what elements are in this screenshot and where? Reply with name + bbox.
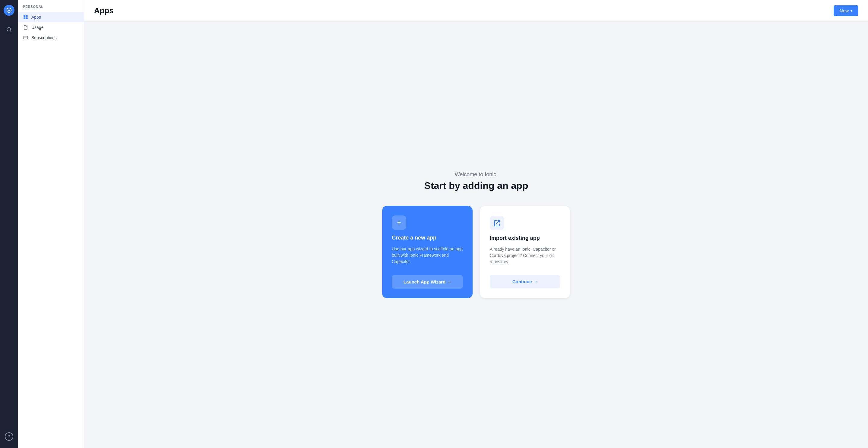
search-icon[interactable] <box>4 24 14 35</box>
new-button-label: New <box>840 8 849 13</box>
sidebar-item-subscriptions[interactable]: Subscriptions <box>18 33 84 43</box>
welcome-heading: Start by adding an app <box>424 180 528 191</box>
import-app-icon <box>490 216 504 230</box>
apps-nav-icon <box>23 14 28 20</box>
import-app-desc: Already have an Ionic, Capacitor or Cord… <box>490 246 560 265</box>
svg-rect-5 <box>26 15 28 17</box>
svg-line-3 <box>10 30 11 31</box>
import-app-card: Import existing app Already have an Ioni… <box>480 206 570 298</box>
icon-bar: ? <box>0 0 18 448</box>
create-app-title: Create a new app <box>392 235 463 241</box>
welcome-text: Welcome to Ionic! <box>455 171 498 178</box>
chevron-down-icon: ▾ <box>850 9 852 13</box>
svg-rect-4 <box>24 15 25 17</box>
import-app-title: Import existing app <box>490 235 560 241</box>
header: Apps New ▾ <box>84 0 868 22</box>
cards-container: + Create a new app Use our app wizard to… <box>382 206 570 298</box>
create-app-icon: + <box>392 216 406 230</box>
svg-line-10 <box>496 221 499 224</box>
sidebar-item-usage[interactable]: Usage <box>18 22 84 33</box>
main-content: Apps New ▾ Welcome to Ionic! Start by ad… <box>84 0 868 448</box>
page-title: Apps <box>94 6 114 15</box>
sidebar: Personal Apps Usage <box>18 0 84 448</box>
svg-point-1 <box>8 10 10 11</box>
continue-button[interactable]: Continue → <box>490 275 560 288</box>
icon-bar-bottom: ? <box>5 432 13 443</box>
svg-rect-7 <box>26 18 28 19</box>
sidebar-section-label: Personal <box>18 5 84 12</box>
sidebar-item-apps[interactable]: Apps <box>18 12 84 22</box>
svg-rect-8 <box>24 36 27 39</box>
usage-nav-icon <box>23 25 28 30</box>
sidebar-nav: Apps Usage Subscriptions <box>18 12 84 43</box>
subscriptions-nav-icon <box>23 35 28 40</box>
content-area: Welcome to Ionic! Start by adding an app… <box>84 22 868 448</box>
svg-rect-6 <box>24 18 25 19</box>
sidebar-item-usage-label: Usage <box>31 25 43 30</box>
create-app-desc: Use our app wizard to scaffold an app bu… <box>392 246 463 265</box>
logo-icon <box>4 5 14 16</box>
launch-wizard-button[interactable]: Launch App Wizard → <box>392 275 463 289</box>
help-icon[interactable]: ? <box>5 432 13 441</box>
create-app-card: + Create a new app Use our app wizard to… <box>382 206 472 298</box>
sidebar-item-apps-label: Apps <box>31 15 41 20</box>
new-button[interactable]: New ▾ <box>834 5 858 16</box>
sidebar-item-subscriptions-label: Subscriptions <box>31 35 57 40</box>
